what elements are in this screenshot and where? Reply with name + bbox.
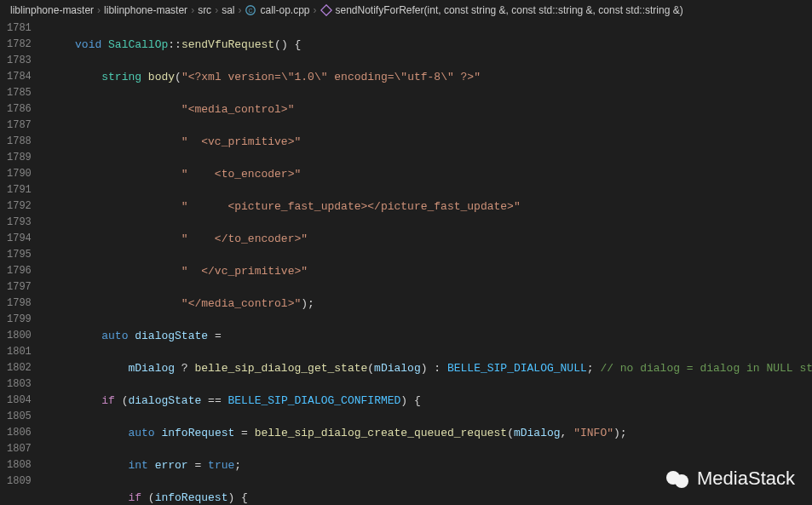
code-editor[interactable]: 1781178217831784178517861787178817891790… [0,20,812,505]
method-icon [320,4,332,16]
breadcrumb[interactable]: liblinphone-master › liblinphone-master … [0,0,812,20]
breadcrumb-item[interactable]: liblinphone-master [104,4,187,16]
breadcrumb-item[interactable]: src [198,4,211,16]
chevron-right-icon: › [238,4,241,16]
cpp-file-icon: C [245,4,256,16]
chevron-right-icon: › [191,4,194,16]
watermark-text: MediaStack [697,468,795,490]
chevron-right-icon: › [97,4,101,16]
watermark: MediaStack [666,468,795,490]
code-area[interactable]: void SalCallOp::sendVfuRequest() { strin… [49,20,812,505]
chevron-right-icon: › [215,4,218,16]
breadcrumb-file[interactable]: call-op.cpp [260,4,309,16]
chevron-right-icon: › [314,4,317,16]
svg-text:C: C [249,8,253,14]
breadcrumb-item[interactable]: liblinphone-master [10,4,94,16]
wechat-icon [666,471,692,486]
line-number-gutter: 1781178217831784178517861787178817891790… [0,20,49,505]
svg-rect-2 [320,5,331,15]
breadcrumb-symbol[interactable]: sendNotifyForRefer(int, const string &, … [336,4,683,16]
breadcrumb-item[interactable]: sal [222,4,234,16]
